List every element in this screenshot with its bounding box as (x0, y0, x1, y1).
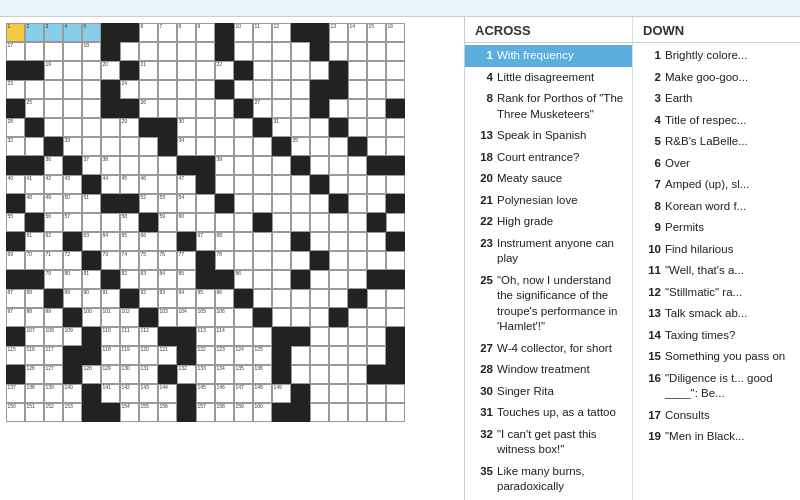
cell-17-13[interactable]: 125 (253, 346, 272, 365)
cell-0-0[interactable]: 1 (6, 23, 25, 42)
cell-2-16[interactable] (310, 61, 329, 80)
cell-13-3[interactable]: 80 (63, 270, 82, 289)
cell-12-17[interactable] (329, 251, 348, 270)
cell-19-16[interactable] (310, 384, 329, 403)
cell-0-14[interactable]: 12 (272, 23, 291, 42)
cell-9-2[interactable]: 49 (44, 194, 63, 213)
cell-11-5[interactable]: 64 (101, 232, 120, 251)
down-clue-16[interactable]: 16"Diligence is t... good ____": Be... (633, 368, 800, 405)
cell-11-4[interactable]: 63 (82, 232, 101, 251)
cell-17-2[interactable]: 117 (44, 346, 63, 365)
cell-18-15[interactable] (291, 365, 310, 384)
cell-15-0[interactable]: 97 (6, 308, 25, 327)
across-clue-30[interactable]: 30Singer Rita (465, 381, 632, 403)
down-clue-7[interactable]: 7Amped (up), sl... (633, 174, 800, 196)
cell-16-8[interactable] (158, 327, 177, 346)
cell-12-19[interactable] (367, 251, 386, 270)
cell-4-7[interactable]: 26 (139, 99, 158, 118)
cell-13-12[interactable]: 86 (234, 270, 253, 289)
across-clue-18[interactable]: 18Court entrance? (465, 147, 632, 169)
cell-8-2[interactable]: 42 (44, 175, 63, 194)
down-clue-10[interactable]: 10Find hilarious (633, 239, 800, 261)
cell-12-15[interactable] (291, 251, 310, 270)
cell-14-6[interactable] (120, 289, 139, 308)
cell-2-4[interactable] (82, 61, 101, 80)
cell-19-15[interactable] (291, 384, 310, 403)
cell-11-6[interactable]: 65 (120, 232, 139, 251)
cell-20-14[interactable] (272, 403, 291, 422)
cell-4-14[interactable] (272, 99, 291, 118)
down-clue-12[interactable]: 12"Stillmatic" ra... (633, 282, 800, 304)
cell-11-3[interactable] (63, 232, 82, 251)
cell-11-0[interactable] (6, 232, 25, 251)
cell-14-15[interactable] (291, 289, 310, 308)
cell-10-16[interactable] (310, 213, 329, 232)
cell-20-10[interactable]: 157 (196, 403, 215, 422)
cell-17-7[interactable]: 120 (139, 346, 158, 365)
down-clue-1[interactable]: 1Brightly colore... (633, 45, 800, 67)
cell-20-7[interactable]: 155 (139, 403, 158, 422)
cell-3-20[interactable] (386, 80, 405, 99)
cell-18-17[interactable] (329, 365, 348, 384)
cell-5-8[interactable] (158, 118, 177, 137)
cell-18-3[interactable] (63, 365, 82, 384)
cell-12-3[interactable]: 72 (63, 251, 82, 270)
cell-15-1[interactable]: 98 (25, 308, 44, 327)
cell-20-8[interactable]: 156 (158, 403, 177, 422)
cell-20-6[interactable]: 154 (120, 403, 139, 422)
cell-6-1[interactable] (25, 137, 44, 156)
cell-11-10[interactable]: 67 (196, 232, 215, 251)
cell-13-11[interactable] (215, 270, 234, 289)
cell-7-15[interactable] (291, 156, 310, 175)
cell-8-1[interactable]: 41 (25, 175, 44, 194)
cell-5-3[interactable] (63, 118, 82, 137)
cell-6-17[interactable] (329, 137, 348, 156)
cell-14-1[interactable]: 88 (25, 289, 44, 308)
cell-13-19[interactable] (367, 270, 386, 289)
cell-5-14[interactable]: 31 (272, 118, 291, 137)
cell-16-17[interactable] (329, 327, 348, 346)
cell-5-1[interactable] (25, 118, 44, 137)
cell-5-18[interactable] (348, 118, 367, 137)
cell-9-13[interactable] (253, 194, 272, 213)
cell-20-3[interactable]: 153 (63, 403, 82, 422)
cell-3-3[interactable] (63, 80, 82, 99)
cell-12-16[interactable] (310, 251, 329, 270)
cell-18-8[interactable] (158, 365, 177, 384)
cell-8-5[interactable]: 44 (101, 175, 120, 194)
down-clue-11[interactable]: 11"Well, that's a... (633, 260, 800, 282)
cell-12-8[interactable]: 76 (158, 251, 177, 270)
cell-4-0[interactable] (6, 99, 25, 118)
cell-17-11[interactable]: 123 (215, 346, 234, 365)
cell-14-16[interactable] (310, 289, 329, 308)
cell-3-1[interactable] (25, 80, 44, 99)
cell-9-3[interactable]: 50 (63, 194, 82, 213)
cell-18-7[interactable]: 131 (139, 365, 158, 384)
cell-2-13[interactable] (253, 61, 272, 80)
across-clue-21[interactable]: 21Polynesian love (465, 190, 632, 212)
cell-9-11[interactable] (215, 194, 234, 213)
cell-10-5[interactable] (101, 213, 120, 232)
across-clue-13[interactable]: 13Speak in Spanish (465, 125, 632, 147)
cell-1-5[interactable] (101, 42, 120, 61)
cell-0-12[interactable]: 10 (234, 23, 253, 42)
cell-16-11[interactable]: 114 (215, 327, 234, 346)
cell-3-0[interactable]: 23 (6, 80, 25, 99)
cell-9-6[interactable] (120, 194, 139, 213)
cell-15-10[interactable]: 105 (196, 308, 215, 327)
cell-1-18[interactable] (348, 42, 367, 61)
cell-11-12[interactable] (234, 232, 253, 251)
cell-18-14[interactable] (272, 365, 291, 384)
across-clue-31[interactable]: 31Touches up, as a tattoo (465, 402, 632, 424)
cell-14-0[interactable]: 87 (6, 289, 25, 308)
cell-19-20[interactable] (386, 384, 405, 403)
cell-3-12[interactable] (234, 80, 253, 99)
cell-18-2[interactable]: 127 (44, 365, 63, 384)
cell-2-17[interactable] (329, 61, 348, 80)
cell-1-12[interactable] (234, 42, 253, 61)
cell-13-18[interactable] (348, 270, 367, 289)
cell-6-19[interactable] (367, 137, 386, 156)
cell-0-15[interactable] (291, 23, 310, 42)
cell-3-10[interactable] (196, 80, 215, 99)
cell-1-19[interactable] (367, 42, 386, 61)
